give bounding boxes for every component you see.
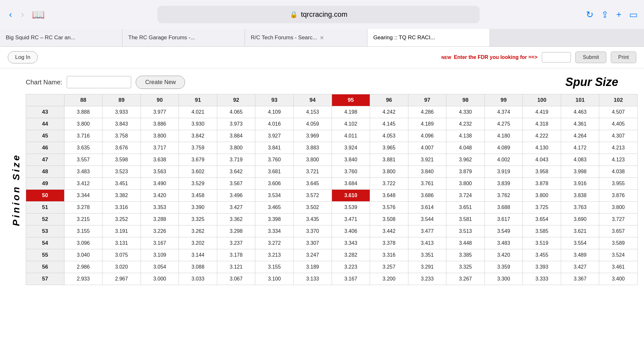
forward-button[interactable]: › bbox=[18, 8, 26, 21]
pinion-cell-46: 46 bbox=[26, 142, 64, 154]
chart-name-input[interactable] bbox=[67, 76, 131, 88]
table-row: 493.4123.4513.4903.5293.5673.6063.6453.6… bbox=[26, 178, 638, 190]
cell-55-94: 3.247 bbox=[293, 249, 332, 261]
cell-46-91: 3.759 bbox=[179, 142, 217, 154]
cell-53-90: 3.226 bbox=[141, 225, 179, 237]
cell-52-90: 3.288 bbox=[141, 214, 179, 225]
cell-44-90: 3.886 bbox=[141, 118, 179, 130]
cell-43-92: 4.065 bbox=[217, 106, 255, 118]
cell-56-96: 3.257 bbox=[370, 261, 408, 273]
print-button[interactable]: Print bbox=[611, 52, 636, 63]
cell-57-89: 2.967 bbox=[102, 273, 141, 285]
col-header-92: 92 bbox=[217, 94, 255, 106]
cell-57-98: 3.267 bbox=[446, 273, 485, 285]
bookmarks-icon[interactable]: 📖 bbox=[32, 8, 45, 21]
pinion-cell-48: 48 bbox=[26, 166, 64, 178]
cell-54-95: 3.343 bbox=[332, 237, 370, 249]
cell-44-92: 3.973 bbox=[217, 118, 255, 130]
chart-name-label: Chart Name: bbox=[26, 79, 62, 86]
cell-51-98: 3.651 bbox=[446, 202, 485, 214]
cell-57-92: 3.067 bbox=[217, 273, 255, 285]
cell-47-92: 3.719 bbox=[217, 154, 255, 166]
cell-50-102: 3.876 bbox=[599, 190, 638, 202]
create-new-button[interactable]: Create New bbox=[136, 76, 185, 89]
back-button[interactable]: ‹ bbox=[6, 8, 15, 21]
cell-51-101: 3.763 bbox=[561, 202, 599, 214]
cell-50-95: 3.610 bbox=[332, 190, 370, 202]
cell-53-101: 3.621 bbox=[561, 225, 599, 237]
browser-chrome: ‹ › 📖 🔒 tqrcracing.com ↻ ⇪ + ▭ Big Squid… bbox=[0, 0, 644, 47]
table-row: 543.0963.1313.1673.2023.2373.2723.3073.3… bbox=[26, 237, 638, 249]
fdr-label-text: Enter the FDR you looking for ==> bbox=[454, 54, 537, 60]
cell-45-98: 4.138 bbox=[446, 130, 485, 142]
share-icon[interactable]: ⇪ bbox=[601, 9, 609, 20]
cell-43-100: 4.419 bbox=[523, 106, 561, 118]
login-button[interactable]: Log In bbox=[8, 51, 38, 63]
cell-54-89: 3.131 bbox=[102, 237, 141, 249]
lock-icon: 🔒 bbox=[290, 11, 298, 18]
tab-rctech[interactable]: R/C Tech Forums - Searc... ✕ bbox=[245, 29, 367, 46]
col-header-89: 89 bbox=[102, 94, 141, 106]
cell-51-102: 3.800 bbox=[599, 202, 638, 214]
cell-45-95: 4.011 bbox=[332, 130, 370, 142]
cell-56-88: 2.986 bbox=[64, 261, 102, 273]
cell-56-94: 3.189 bbox=[293, 261, 332, 273]
cell-53-89: 3.191 bbox=[102, 225, 141, 237]
cell-46-102: 4.213 bbox=[599, 142, 638, 154]
cell-57-91: 3.033 bbox=[179, 273, 217, 285]
col-header-98: 98 bbox=[446, 94, 485, 106]
cell-49-92: 3.567 bbox=[217, 178, 255, 190]
pinion-cell-55: 55 bbox=[26, 249, 64, 261]
submit-button[interactable]: Submit bbox=[575, 52, 606, 63]
table-row: 463.6353.6763.7173.7593.8003.8413.8833.9… bbox=[26, 142, 638, 154]
fdr-input[interactable] bbox=[542, 52, 571, 62]
add-tab-icon[interactable]: + bbox=[616, 9, 621, 20]
cell-57-100: 3.333 bbox=[523, 273, 561, 285]
tab-close-icon[interactable]: ✕ bbox=[320, 35, 324, 41]
cell-56-98: 3.325 bbox=[446, 261, 485, 273]
address-bar[interactable]: 🔒 tqrcracing.com bbox=[157, 6, 480, 23]
cell-45-101: 4.264 bbox=[561, 130, 599, 142]
cell-45-92: 3.884 bbox=[217, 130, 255, 142]
cell-47-101: 4.083 bbox=[561, 154, 599, 166]
cell-56-99: 3.359 bbox=[484, 261, 523, 273]
cell-44-95: 4.102 bbox=[332, 118, 370, 130]
cell-45-102: 4.307 bbox=[599, 130, 638, 142]
cell-48-91: 3.602 bbox=[179, 166, 217, 178]
tab-rcgarage[interactable]: The RC Garage Forums -... bbox=[122, 29, 245, 46]
cell-43-95: 4.198 bbox=[332, 106, 370, 118]
cell-56-93: 3.155 bbox=[255, 261, 294, 273]
cell-44-89: 3.843 bbox=[102, 118, 141, 130]
cell-48-98: 3.879 bbox=[446, 166, 485, 178]
cell-52-94: 3.435 bbox=[293, 214, 332, 225]
cell-43-99: 4.374 bbox=[484, 106, 523, 118]
reload-icon[interactable]: ↻ bbox=[586, 9, 593, 20]
cell-54-101: 3.554 bbox=[561, 237, 599, 249]
tabs-icon[interactable]: ▭ bbox=[629, 9, 638, 20]
pinion-cell-54: 54 bbox=[26, 237, 64, 249]
cell-48-89: 3.523 bbox=[102, 166, 141, 178]
url-text: tqrcracing.com bbox=[301, 10, 347, 19]
cell-46-93: 3.841 bbox=[255, 142, 294, 154]
cell-53-100: 3.585 bbox=[523, 225, 561, 237]
cell-55-97: 3.351 bbox=[408, 249, 446, 261]
cell-48-102: 4.038 bbox=[599, 166, 638, 178]
cell-57-102: 3.400 bbox=[599, 273, 638, 285]
pinion-cell-43: 43 bbox=[26, 106, 64, 118]
cell-43-97: 4.286 bbox=[408, 106, 446, 118]
cell-54-97: 3.413 bbox=[408, 237, 446, 249]
cell-49-93: 3.606 bbox=[255, 178, 294, 190]
cell-44-102: 4.405 bbox=[599, 118, 638, 130]
cell-46-101: 4.172 bbox=[561, 142, 599, 154]
cell-54-98: 3.448 bbox=[446, 237, 485, 249]
tab-tqrc[interactable]: Gearing :: TQ RC RACI... bbox=[367, 29, 490, 46]
cell-48-95: 3.760 bbox=[332, 166, 370, 178]
table-row: 572.9332.9673.0003.0333.0673.1003.1333.1… bbox=[26, 273, 638, 285]
tab-bigsquid[interactable]: Big Squid RC – RC Car an... bbox=[0, 29, 122, 46]
cell-50-92: 3.496 bbox=[217, 190, 255, 202]
cell-49-100: 3.878 bbox=[523, 178, 561, 190]
table-container: 888990919293949596979899100101102 433.88… bbox=[26, 94, 638, 285]
cell-43-94: 4.153 bbox=[293, 106, 332, 118]
cell-55-92: 3.178 bbox=[217, 249, 255, 261]
cell-52-100: 3.654 bbox=[523, 214, 561, 225]
